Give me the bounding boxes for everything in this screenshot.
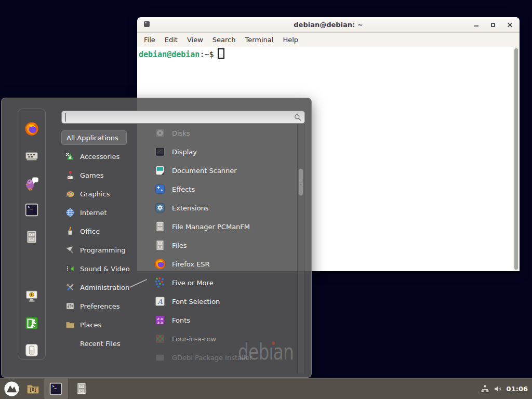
app-item-firefox-esr[interactable]: Firefox ESR xyxy=(148,255,296,273)
maximize-button[interactable] xyxy=(490,21,496,29)
category-item-graphics[interactable]: Graphics xyxy=(60,184,150,203)
volume-icon[interactable] xyxy=(494,384,502,393)
games-icon xyxy=(65,170,75,180)
app-item-font-selection[interactable]: AFont Selection xyxy=(148,292,296,311)
internet-icon xyxy=(65,207,75,218)
prompt-user: debian@debian xyxy=(139,50,200,59)
category-label: Internet xyxy=(80,209,107,217)
taskbar: [D] >_ 01:06 xyxy=(0,378,532,399)
app-item-file-manager-pcmanfm[interactable]: File Manager PCManFM xyxy=(148,217,296,236)
app-item-disks[interactable]: Disks xyxy=(148,124,296,142)
graphics-icon xyxy=(65,189,75,199)
lock-screen-button[interactable] xyxy=(24,288,39,304)
firefox-button[interactable] xyxy=(24,121,39,137)
menu-button[interactable] xyxy=(4,381,20,397)
app-label: Display xyxy=(172,148,197,156)
terminal-app-icon xyxy=(144,21,150,27)
category-label: Office xyxy=(80,228,100,235)
terminal-title: debian@debian: ~ xyxy=(294,21,363,29)
category-item-programming[interactable]: Programming xyxy=(60,241,150,259)
app-label: Extensions xyxy=(172,204,209,212)
places-icon xyxy=(65,320,75,330)
app-label: Document Scanner xyxy=(172,167,237,175)
category-label: Games xyxy=(80,171,103,179)
app-list-scrollbar[interactable] xyxy=(297,124,304,374)
category-list: All ApplicationsAccessoriesGamesGraphics… xyxy=(60,128,150,353)
close-button[interactable] xyxy=(507,21,512,29)
category-label: All Applications xyxy=(66,134,118,142)
terminal-titlebar[interactable]: debian@debian: ~ xyxy=(137,17,520,33)
app-label: Four-in-a-row xyxy=(172,335,216,343)
menubar-item-file[interactable]: File xyxy=(139,36,160,44)
taskbar-clock[interactable]: 01:06 xyxy=(507,385,528,393)
software-button[interactable] xyxy=(24,148,39,164)
terminal-menubar: FileEditViewSearchTerminalHelp xyxy=(137,33,520,47)
menubar-item-view[interactable]: View xyxy=(182,36,208,44)
menubar-item-search[interactable]: Search xyxy=(208,36,241,44)
svg-text:[D]: [D] xyxy=(29,387,37,392)
extensions-icon xyxy=(154,202,166,214)
category-item-recent-files[interactable]: Recent Files xyxy=(60,334,150,353)
app-item-display[interactable]: Display xyxy=(148,142,296,161)
category-item-places[interactable]: Places xyxy=(60,315,150,334)
app-item-files[interactable]: Files xyxy=(148,236,296,255)
programming-icon xyxy=(65,245,75,255)
search-input[interactable] xyxy=(66,112,289,122)
minimize-button[interactable] xyxy=(474,21,479,29)
app-label: Font Selection xyxy=(172,298,220,305)
app-label: Effects xyxy=(172,185,195,193)
terminal-scrollbar[interactable] xyxy=(513,47,519,271)
svg-text:>_: >_ xyxy=(52,383,57,388)
prompt-suffix: :~$ xyxy=(200,50,214,59)
category-item-internet[interactable]: Internet xyxy=(60,203,150,222)
file-manager-icon xyxy=(154,220,166,233)
gdebi-icon xyxy=(154,351,166,364)
taskbar-terminal-button[interactable]: >_ xyxy=(44,378,68,399)
terminal-prompt: debian@debian:~$ xyxy=(139,48,224,59)
terminal-scrollbar-thumb[interactable] xyxy=(514,48,518,270)
app-item-document-scanner[interactable]: Document Scanner xyxy=(148,161,296,180)
terminal-cursor xyxy=(218,48,224,59)
display-icon xyxy=(154,145,166,158)
app-item-effects[interactable]: Effects xyxy=(148,180,296,198)
fonts-icon: a aa a xyxy=(154,314,166,326)
app-item-five-or-more[interactable]: Five or More xyxy=(148,273,296,292)
effects-icon xyxy=(154,183,166,195)
search-box[interactable] xyxy=(61,111,305,124)
menubar-item-edit[interactable]: Edit xyxy=(160,36,182,44)
category-label: Accessories xyxy=(80,153,119,161)
menubar-item-help[interactable]: Help xyxy=(278,36,303,44)
app-item-fonts[interactable]: a aa aFonts xyxy=(148,311,296,329)
disks-icon xyxy=(154,127,166,139)
category-label: Administration xyxy=(80,284,129,291)
shutdown-button[interactable] xyxy=(24,342,39,358)
pidgin-button[interactable] xyxy=(24,175,39,191)
debian-watermark-text: debıan xyxy=(238,339,294,365)
taskbar-file-cabinet-button[interactable] xyxy=(74,381,89,396)
desktop: debian@debian: ~ FileEditViewSearchTermi… xyxy=(0,0,532,399)
category-item-all-applications[interactable]: All Applications xyxy=(61,130,127,145)
app-label: Firefox ESR xyxy=(172,260,210,268)
category-item-office[interactable]: Office xyxy=(60,222,150,241)
taskbar-file-manager-button[interactable]: [D] xyxy=(25,381,41,396)
network-icon[interactable] xyxy=(481,384,489,393)
text-caret xyxy=(65,113,66,122)
file-manager-button[interactable] xyxy=(24,229,39,245)
menubar-item-terminal[interactable]: Terminal xyxy=(240,36,278,44)
terminal-button[interactable]: >_ xyxy=(24,202,39,218)
accessories-icon xyxy=(65,151,75,162)
category-item-accessories[interactable]: Accessories xyxy=(60,147,150,166)
app-label: Disks xyxy=(172,129,190,137)
app-label: Five or More xyxy=(172,279,214,287)
category-item-administration[interactable]: Administration xyxy=(60,278,150,297)
svg-text:>_: >_ xyxy=(28,205,33,209)
category-item-games[interactable]: Games xyxy=(60,166,150,184)
app-list-scrollbar-thumb[interactable] xyxy=(298,168,303,196)
category-item-sound-video[interactable]: Sound & Video xyxy=(60,259,150,278)
logout-button[interactable] xyxy=(24,315,39,331)
app-item-extensions[interactable]: Extensions xyxy=(148,198,296,217)
window-controls xyxy=(474,17,512,32)
preferences-icon xyxy=(65,301,75,311)
font-selection-icon: A xyxy=(154,295,166,308)
category-item-preferences[interactable]: Preferences xyxy=(60,297,150,315)
